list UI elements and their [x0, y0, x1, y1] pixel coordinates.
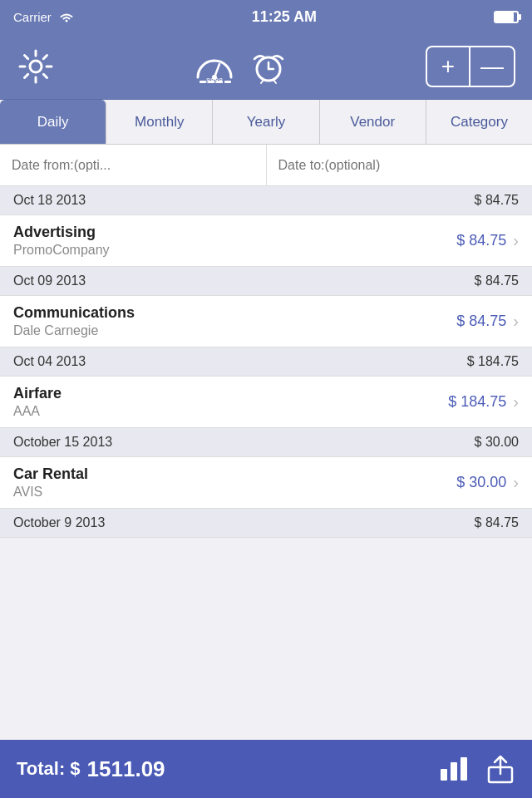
date-header-row: Oct 04 2013 $ 184.75	[0, 347, 532, 377]
minus-button[interactable]: —	[470, 47, 514, 86]
tab-yearly[interactable]: Yearly	[213, 100, 319, 144]
transaction-row[interactable]: Advertising PromoCompany $ 84.75 ›	[0, 215, 532, 267]
svg-line-7	[43, 74, 47, 77]
transaction-amount: $ 84.75	[456, 313, 506, 330]
transaction-info: Advertising PromoCompany	[13, 224, 456, 258]
transaction-vendor: AVIS	[13, 485, 456, 500]
share-button[interactable]	[485, 754, 515, 784]
transaction-info: Airfare AAA	[13, 385, 448, 419]
alarm-button[interactable]	[249, 47, 288, 86]
share-icon	[485, 754, 515, 784]
transaction-right: $ 30.00 ›	[456, 473, 519, 492]
svg-point-0	[65, 20, 67, 22]
add-button[interactable]: +	[427, 47, 470, 86]
tab-bar: DailyMonthlyYearlyVendorCategory	[0, 100, 532, 145]
svg-rect-12	[200, 81, 206, 83]
date-header-amount: $ 184.75	[467, 354, 519, 369]
date-filters	[0, 145, 532, 186]
status-right	[494, 11, 519, 23]
add-minus-group: + —	[426, 46, 515, 87]
tab-daily[interactable]: Daily	[0, 100, 106, 144]
transaction-right: $ 84.75 ›	[456, 231, 519, 250]
tab-category[interactable]: Category	[426, 100, 532, 144]
tab-vendor[interactable]: Vendor	[320, 100, 426, 144]
transaction-info: Communications Dale Carnegie	[13, 304, 456, 338]
transaction-right: $ 184.75 ›	[448, 392, 519, 411]
chart-button[interactable]	[439, 754, 469, 784]
date-header-row: Oct 09 2013 $ 84.75	[0, 267, 532, 296]
transaction-info: Car Rental AVIS	[13, 466, 456, 500]
date-header-date: October 9 2013	[13, 515, 105, 530]
transaction-category: Advertising	[13, 224, 456, 241]
transaction-row[interactable]: Car Rental AVIS $ 30.00 ›	[0, 457, 532, 509]
svg-point-1	[30, 61, 42, 72]
date-header-amount: $ 30.00	[475, 435, 519, 450]
date-to-input[interactable]	[267, 145, 533, 185]
chevron-right-icon: ›	[513, 231, 519, 250]
chevron-right-icon: ›	[513, 392, 519, 411]
svg-line-21	[273, 80, 276, 83]
status-left: Carrier	[13, 10, 75, 24]
alarm-icon	[249, 47, 288, 86]
bar-chart-icon	[439, 754, 469, 784]
transaction-vendor: AAA	[13, 404, 448, 419]
transaction-vendor: PromoCompany	[13, 243, 456, 258]
svg-rect-23	[451, 762, 457, 781]
transaction-row[interactable]: Airfare AAA $ 184.75 ›	[0, 377, 532, 428]
tab-monthly[interactable]: Monthly	[106, 100, 213, 144]
total-label: Total: $	[17, 758, 81, 780]
svg-line-9	[25, 74, 28, 77]
wifi-icon	[58, 10, 75, 23]
date-header-amount: $ 84.75	[475, 193, 519, 208]
transaction-amount: $ 84.75	[456, 232, 506, 249]
date-header-amount: $ 84.75	[475, 515, 519, 530]
gauge-icon: 8888	[193, 47, 236, 86]
date-header-date: October 15 2013	[13, 435, 112, 450]
time-display: 11:25 AM	[252, 8, 317, 26]
date-header-date: Oct 09 2013	[13, 273, 86, 288]
carrier-label: Carrier	[13, 10, 52, 24]
chevron-right-icon: ›	[513, 473, 519, 492]
svg-rect-22	[441, 769, 447, 781]
settings-button[interactable]	[17, 47, 55, 86]
svg-line-20	[261, 80, 264, 83]
svg-line-8	[43, 55, 47, 58]
gear-icon	[17, 47, 55, 86]
chevron-right-icon: ›	[513, 312, 519, 331]
date-header-row: Oct 18 2013 $ 84.75	[0, 186, 532, 215]
transaction-row[interactable]: Communications Dale Carnegie $ 84.75 ›	[0, 296, 532, 347]
total-amount: 1511.09	[87, 756, 165, 782]
gauge-button[interactable]: 8888	[193, 47, 236, 86]
transaction-category: Airfare	[13, 385, 448, 402]
date-header-row: October 9 2013 $ 84.75	[0, 509, 532, 538]
transaction-category: Communications	[13, 304, 456, 322]
transaction-list: Oct 18 2013 $ 84.75 Advertising PromoCom…	[0, 186, 532, 740]
date-header-amount: $ 84.75	[475, 273, 519, 288]
battery-icon	[494, 11, 519, 23]
svg-text:8888: 8888	[206, 76, 223, 85]
date-header-row: October 15 2013 $ 30.00	[0, 428, 532, 457]
transaction-amount: $ 30.00	[456, 474, 506, 491]
svg-rect-24	[461, 757, 467, 781]
date-header-date: Oct 18 2013	[13, 193, 86, 208]
toolbar-center: 8888	[193, 47, 288, 86]
status-bar: Carrier 11:25 AM	[0, 0, 532, 33]
transaction-vendor: Dale Carnegie	[13, 323, 456, 338]
date-header-date: Oct 04 2013	[13, 354, 86, 369]
date-from-input[interactable]	[0, 145, 267, 185]
transaction-amount: $ 184.75	[448, 393, 506, 411]
svg-rect-15	[224, 81, 231, 83]
transaction-category: Car Rental	[13, 466, 456, 483]
bottom-icons	[439, 754, 515, 784]
transaction-right: $ 84.75 ›	[456, 312, 519, 331]
toolbar: 8888 + —	[0, 33, 532, 100]
bottom-bar: Total: $ 1511.09	[0, 740, 532, 798]
svg-line-6	[25, 55, 28, 58]
